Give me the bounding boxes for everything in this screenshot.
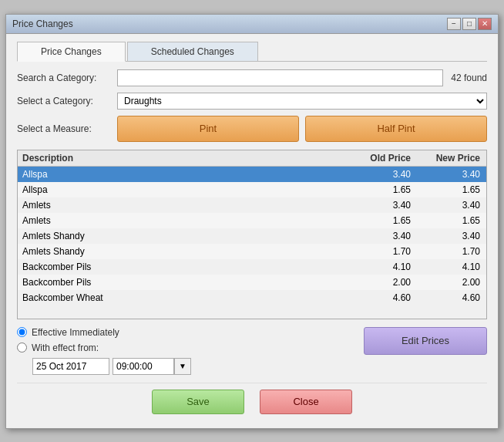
cell-old-price: 3.40	[348, 230, 417, 242]
cell-old-price: 4.60	[348, 292, 417, 304]
cell-new-price: 3.40	[417, 230, 486, 242]
cell-new-price: 2.00	[417, 276, 486, 288]
with-effect-from-radio[interactable]	[17, 342, 27, 353]
close-button[interactable]: Close	[260, 390, 352, 414]
cell-description: Allspa	[18, 184, 348, 196]
date-input[interactable]	[32, 358, 109, 375]
cell-description: Allspa	[18, 168, 348, 181]
tab-bar: Price Changes Scheduled Changes	[17, 42, 487, 62]
price-table: Description Old Price New Price Allspa 3…	[17, 150, 487, 319]
pint-button[interactable]: Pint	[117, 116, 299, 142]
effective-immediately-row: Effective Immediately	[17, 327, 364, 338]
measure-row: Select a Measure: Pint Half Pint	[17, 116, 487, 142]
table-scroll[interactable]: Allspa 3.40 3.40 Allspa 1.65 1.65 Amlets…	[18, 167, 486, 309]
effective-immediately-label: Effective Immediately	[32, 327, 119, 338]
radio-section: Effective Immediately With effect from: …	[17, 327, 364, 375]
col-new-price-header: New Price	[417, 153, 486, 164]
table-row[interactable]: Amlets 1.65 1.65	[18, 213, 486, 228]
found-count: 42 found	[451, 73, 487, 83]
date-row: ▼	[32, 358, 364, 375]
search-label: Search a Category:	[17, 73, 117, 83]
cell-old-price: 2.00	[348, 276, 417, 288]
tab-price-changes[interactable]: Price Changes	[17, 42, 126, 62]
footer: Save Close	[17, 383, 487, 417]
restore-button[interactable]: □	[462, 18, 476, 30]
cell-new-price: 1.65	[417, 184, 486, 196]
edit-prices-button[interactable]: Edit Prices	[364, 327, 487, 355]
category-row: Select a Category: Draughts Spirits Wine…	[17, 93, 487, 110]
price-changes-window: Price Changes − □ ✕ Price Changes Schedu…	[5, 14, 499, 429]
cell-new-price: 3.40	[417, 199, 486, 211]
table-row[interactable]: Allspa 1.65 1.65	[18, 182, 486, 197]
title-bar: Price Changes − □ ✕	[6, 15, 498, 34]
effective-immediately-radio[interactable]	[17, 327, 27, 337]
with-effect-from-row: With effect from:	[17, 342, 364, 353]
minimize-button[interactable]: −	[447, 18, 461, 30]
category-select[interactable]: Draughts Spirits Wines Soft Drinks Food	[117, 93, 487, 110]
search-input[interactable]	[117, 69, 443, 86]
measure-label: Select a Measure:	[17, 123, 117, 134]
cell-new-price: 3.40	[417, 168, 486, 181]
cell-description: Backcomber Pils	[18, 276, 348, 288]
table-row[interactable]: Allspa 3.40 3.40	[18, 167, 486, 182]
table-row[interactable]: Amlets Shandy 1.70 1.70	[18, 244, 486, 259]
measure-buttons: Pint Half Pint	[117, 116, 487, 142]
table-row[interactable]: Backcomber Pils 4.10 4.10	[18, 259, 486, 275]
bottom-section: Effective Immediately With effect from: …	[17, 327, 487, 375]
calendar-button[interactable]: ▼	[174, 358, 191, 375]
cell-old-price: 1.65	[348, 184, 417, 196]
cell-new-price: 1.65	[417, 214, 486, 227]
tab-scheduled-changes[interactable]: Scheduled Changes	[127, 42, 258, 61]
col-description-header: Description	[18, 153, 348, 164]
with-effect-from-label: With effect from:	[32, 342, 99, 353]
cell-description: Amlets Shandy	[18, 245, 348, 258]
window-controls: − □ ✕	[447, 18, 492, 30]
close-window-button[interactable]: ✕	[478, 18, 492, 30]
table-row[interactable]: Amlets Shandy 3.40 3.40	[18, 228, 486, 244]
cell-old-price: 1.70	[348, 245, 417, 258]
table-header: Description Old Price New Price	[18, 150, 486, 167]
cell-old-price: 4.10	[348, 261, 417, 273]
col-old-price-header: Old Price	[348, 153, 417, 164]
cell-description: Amlets	[18, 214, 348, 227]
cell-description: Backcomber Pils	[18, 261, 348, 273]
cell-new-price: 1.70	[417, 245, 486, 258]
window-content: Price Changes Scheduled Changes Search a…	[6, 34, 498, 428]
search-row: Search a Category: 42 found	[17, 69, 487, 86]
save-button[interactable]: Save	[152, 390, 244, 414]
half-pint-button[interactable]: Half Pint	[305, 116, 487, 142]
table-row[interactable]: Backcomber Wheat 4.60 4.60	[18, 290, 486, 305]
category-label: Select a Category:	[17, 96, 117, 106]
cell-description: Amlets	[18, 199, 348, 211]
cell-old-price: 3.40	[348, 199, 417, 211]
cell-new-price: 4.10	[417, 261, 486, 273]
table-row[interactable]: Backcomber Pils 2.00 2.00	[18, 275, 486, 290]
cell-new-price: 4.60	[417, 292, 486, 304]
cell-description: Backcomber Wheat	[18, 292, 348, 304]
cell-old-price: 1.65	[348, 214, 417, 227]
table-row[interactable]: Amlets 3.40 3.40	[18, 197, 486, 213]
cell-description: Amlets Shandy	[18, 230, 348, 242]
time-input[interactable]	[113, 358, 174, 375]
window-title: Price Changes	[12, 19, 73, 29]
cell-old-price: 3.40	[348, 168, 417, 181]
